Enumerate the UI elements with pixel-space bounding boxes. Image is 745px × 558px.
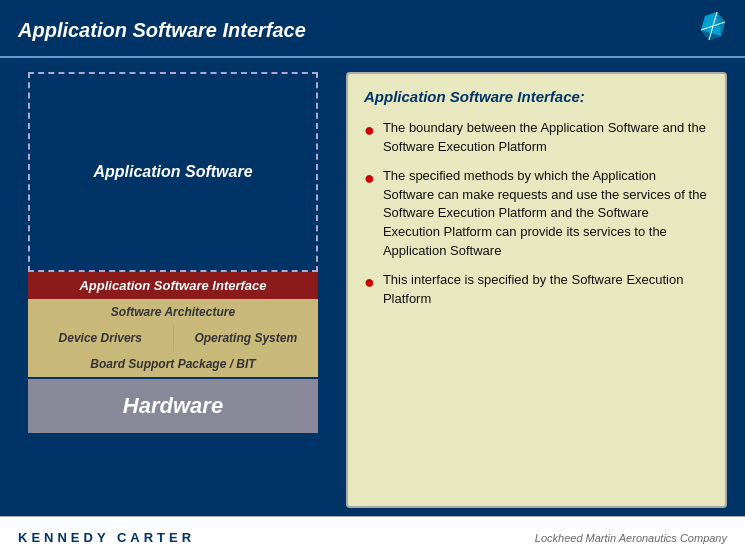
- footer-logo: KENNEDY CARTER: [18, 530, 195, 545]
- footer-company: Lockheed Martin Aeronautics Company: [535, 532, 727, 544]
- info-text-3: This interface is specified by the Softw…: [383, 271, 709, 309]
- layer-sa: Software Architecture: [28, 299, 318, 325]
- app-software-label: Application Software: [93, 163, 252, 181]
- stack-container: Application Software Interface Software …: [28, 272, 318, 377]
- layer-os: Operating System: [173, 325, 319, 351]
- info-text-2: The specified methods by which the Appli…: [383, 167, 709, 261]
- info-text-1: The boundary between the Application Sof…: [383, 119, 709, 157]
- layer-asi: Application Software Interface: [28, 272, 318, 299]
- footer: KENNEDY CARTER Lockheed Martin Aeronauti…: [0, 516, 745, 558]
- layer-middle: Device Drivers Operating System: [28, 325, 318, 351]
- info-box: Application Software Interface: ● The bo…: [346, 72, 727, 508]
- app-software-box: Application Software: [28, 72, 318, 272]
- info-item-1: ● The boundary between the Application S…: [364, 119, 709, 157]
- page-title: Application Software Interface: [18, 19, 306, 42]
- info-item-3: ● This interface is specified by the Sof…: [364, 271, 709, 309]
- bullet-1: ●: [364, 120, 375, 142]
- hardware-box: Hardware: [28, 379, 318, 433]
- layer-dd: Device Drivers: [28, 325, 173, 351]
- lm-logo: [667, 10, 727, 50]
- info-box-title: Application Software Interface:: [364, 88, 709, 105]
- layer-bsp: Board Support Package / BIT: [28, 351, 318, 377]
- header: Application Software Interface: [0, 0, 745, 58]
- diagram-area: Application Software Application Softwar…: [18, 72, 328, 508]
- main-content: Application Software Application Softwar…: [0, 58, 745, 518]
- bullet-2: ●: [364, 168, 375, 190]
- bullet-3: ●: [364, 272, 375, 294]
- info-item-2: ● The specified methods by which the App…: [364, 167, 709, 261]
